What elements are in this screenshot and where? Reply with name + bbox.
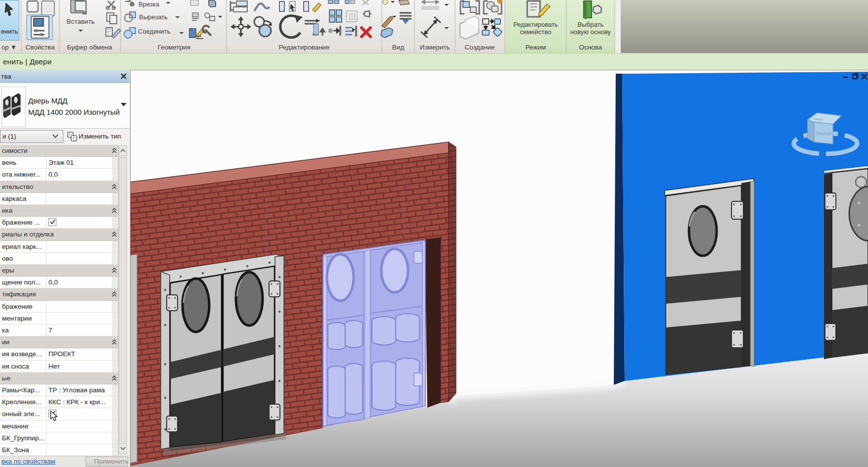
svg-text:Спереди: Спереди [816,131,831,136]
